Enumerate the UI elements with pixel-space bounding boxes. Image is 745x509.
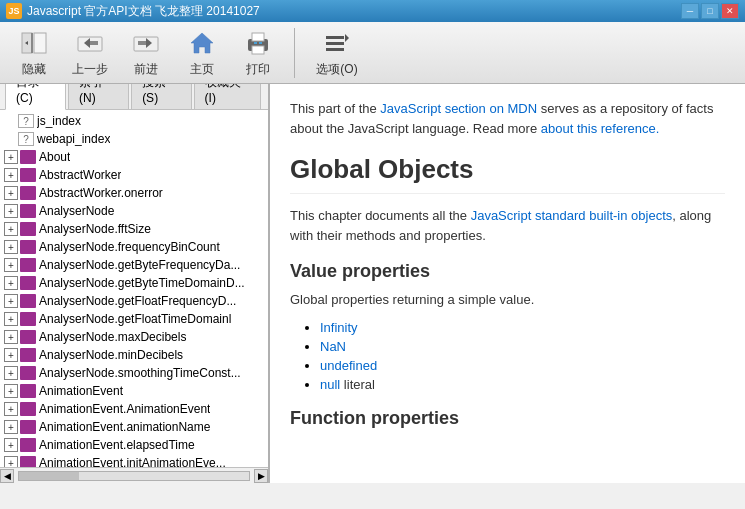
item-label: AnalyserNode [39,204,114,218]
list-item[interactable]: + AnimationEvent [0,382,268,400]
list-item: NaN [320,339,725,354]
back-button[interactable]: 上一步 [66,23,114,82]
svg-rect-14 [254,42,257,44]
title-bar-controls: ─ □ ✕ [681,3,739,19]
expand-icon[interactable]: + [4,222,18,236]
expand-icon[interactable]: + [4,240,18,254]
list-item[interactable]: + AbstractWorker.onerror [0,184,268,202]
intro-text: This part of the JavaScript section on M… [290,99,725,138]
forward-icon [130,27,162,59]
list-item[interactable]: + AnimationEvent.elapsedTime [0,436,268,454]
item-label: AnalyserNode.getByteFrequencyDa... [39,258,240,272]
expand-icon[interactable]: + [4,312,18,326]
undefined-link[interactable]: undefined [320,358,377,373]
scroll-thumb[interactable] [19,472,79,480]
item-icon [20,330,36,344]
tab-contents[interactable]: 目录(C) [5,84,66,110]
svg-rect-1 [34,33,46,53]
tab-index[interactable]: 索引(N) [68,84,129,109]
expand-icon[interactable]: + [4,258,18,272]
list-item[interactable]: + About [0,148,268,166]
list-item[interactable]: + AnalyserNode.getByteFrequencyDa... [0,256,268,274]
expand-icon[interactable]: + [4,366,18,380]
expand-icon[interactable]: + [4,150,18,164]
toolbar-separator [294,28,295,78]
svg-rect-13 [252,46,264,54]
scroll-right-btn[interactable]: ▶ [254,469,268,483]
item-label: js_index [37,114,81,128]
app-icon: JS [6,3,22,19]
item-icon [20,186,36,200]
expand-icon[interactable]: + [4,330,18,344]
list-item[interactable]: + AnalyserNode.smoothingTimeConst... [0,364,268,382]
question-icon: ? [18,114,34,128]
main-layout: 目录(C) 索引(N) 搜索(S) 收藏夹(I) ? js_index ? we… [0,84,745,483]
builtin-objects-link[interactable]: JavaScript standard built-in objects [471,208,673,223]
maximize-button[interactable]: □ [701,3,719,19]
expand-icon[interactable]: + [4,348,18,362]
list-item[interactable]: + AnalyserNode.getFloatFrequencyD... [0,292,268,310]
expand-icon[interactable]: + [4,186,18,200]
minimize-button[interactable]: ─ [681,3,699,19]
list-item[interactable]: + AnalyserNode [0,202,268,220]
null-suffix: literal [340,377,375,392]
item-icon [20,150,36,164]
print-icon [242,27,274,59]
tab-bookmarks[interactable]: 收藏夹(I) [194,84,261,109]
tab-search[interactable]: 搜索(S) [131,84,191,109]
item-label: AnimationEvent [39,384,123,398]
hide-label: 隐藏 [22,61,46,78]
expand-icon[interactable]: + [4,294,18,308]
expand-icon[interactable]: + [4,420,18,434]
tree-container[interactable]: ? js_index ? webapi_index + About + Abst… [0,110,268,467]
list-item[interactable]: ? webapi_index [0,130,268,148]
list-item[interactable]: + AnimationEvent.animationName [0,418,268,436]
content-panel[interactable]: This part of the JavaScript section on M… [270,84,745,483]
list-item[interactable]: + AnalyserNode.fftSize [0,220,268,238]
svg-marker-10 [191,33,213,53]
horizontal-scrollbar[interactable]: ◀ ▶ [0,467,268,483]
home-button[interactable]: 主页 [178,23,226,82]
list-item[interactable]: + AnalyserNode.maxDecibels [0,328,268,346]
expand-icon[interactable]: + [4,438,18,452]
hide-button[interactable]: 隐藏 [10,23,58,82]
list-item[interactable]: + AnalyserNode.getFloatTimeDomainl [0,310,268,328]
expand-icon[interactable]: + [4,402,18,416]
list-item[interactable]: + AnalyserNode.getByteTimeDomainD... [0,274,268,292]
close-button[interactable]: ✕ [721,3,739,19]
list-item[interactable]: + AnalyserNode.minDecibels [0,346,268,364]
item-icon [20,456,36,467]
value-properties-desc: Global properties returning a simple val… [290,290,725,310]
expand-icon[interactable]: + [4,456,18,467]
list-item: Infinity [320,320,725,335]
item-label: AnalyserNode.getFloatFrequencyD... [39,294,236,308]
expand-icon[interactable]: + [4,204,18,218]
options-button[interactable]: 选项(O) [307,23,367,82]
infinity-link[interactable]: Infinity [320,320,358,335]
item-label: AnalyserNode.fftSize [39,222,151,236]
forward-label: 前进 [134,61,158,78]
null-link[interactable]: null [320,377,340,392]
question-icon: ? [18,132,34,146]
expand-icon[interactable]: + [4,168,18,182]
list-item[interactable]: + AnalyserNode.frequencyBinCount [0,238,268,256]
nan-link[interactable]: NaN [320,339,346,354]
expand-icon[interactable]: + [4,384,18,398]
list-item[interactable]: + AbstractWorker [0,166,268,184]
item-label: AnalyserNode.minDecibels [39,348,183,362]
mdn-link[interactable]: JavaScript section on MDN [380,101,537,116]
home-label: 主页 [190,61,214,78]
scroll-track[interactable] [18,471,250,481]
list-item[interactable]: + AnimationEvent.AnimationEvent [0,400,268,418]
list-item: undefined [320,358,725,373]
expand-icon[interactable]: + [4,276,18,290]
toolbar: 隐藏 上一步 前进 主页 [0,22,745,84]
item-icon [20,312,36,326]
title-bar: JS Javascript 官方API文档 飞龙整理 20141027 ─ □ … [0,0,745,22]
reference-link[interactable]: about this reference. [541,121,660,136]
list-item[interactable]: ? js_index [0,112,268,130]
forward-button[interactable]: 前进 [122,23,170,82]
list-item[interactable]: + AnimationEvent.initAnimationEve... [0,454,268,467]
print-button[interactable]: 打印 [234,23,282,82]
scroll-left-btn[interactable]: ◀ [0,469,14,483]
